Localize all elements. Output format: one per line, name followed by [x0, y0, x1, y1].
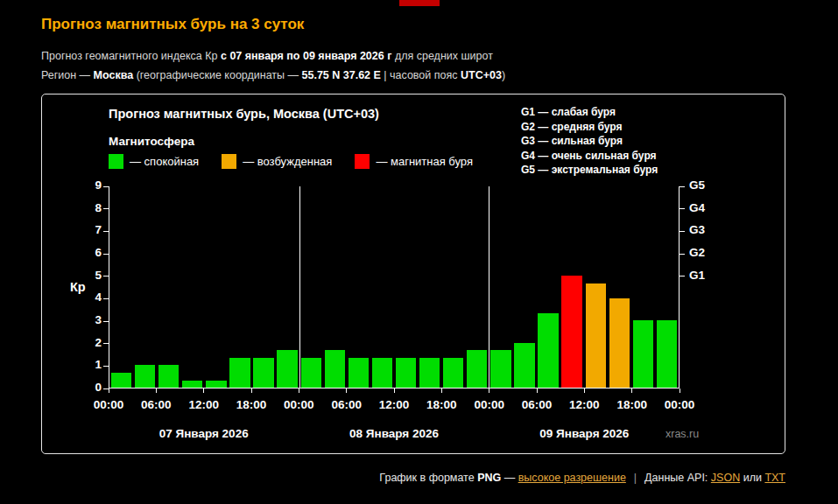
quiet-swatch	[109, 154, 123, 169]
y-tick-label: 0	[42, 381, 102, 394]
cropped-banner	[399, 0, 440, 6]
g-tick-mark	[680, 231, 685, 232]
x-tick-label: 12:00	[560, 398, 608, 411]
kp-bar	[490, 350, 511, 388]
kp-bar	[609, 298, 630, 388]
timezone-value: UTC+03	[461, 69, 502, 81]
high-res-link[interactable]: высокое разрешение	[518, 472, 626, 484]
y-tick-label: 6	[42, 246, 102, 259]
day-separator	[489, 186, 489, 388]
forecast-period-dates: с 07 января по 09 января 2026 г	[221, 50, 391, 62]
kp-bar	[206, 381, 226, 388]
y-tick-label: 2	[42, 336, 102, 349]
coords-value: 55.75 N 37.62 E	[302, 69, 381, 81]
x-tick-label: 12:00	[180, 398, 228, 411]
x-tick-label: 18:00	[609, 398, 656, 411]
x-tick-mark	[631, 388, 632, 393]
chart-legend: — спокойная— возбужденная— магнитная бур…	[109, 154, 473, 169]
forecast-latitude-text: для средних широт	[391, 50, 492, 62]
g-tick-mark	[680, 276, 685, 276]
region-label: Регион —	[41, 69, 94, 81]
y-tick-label: 1	[42, 358, 102, 371]
txt-link[interactable]: TXT	[764, 472, 785, 484]
chart-title: Прогноз магнитных бурь, Москва (UTC+03)	[109, 107, 379, 121]
footer-or-text: или	[740, 472, 764, 484]
storm-scale-line: G3 — сильная буря	[521, 134, 658, 149]
kp-bar	[277, 350, 297, 388]
kp-bar	[538, 313, 558, 388]
kp-bar	[158, 365, 179, 388]
y-tick-label: 9	[42, 178, 102, 192]
forecast-period-line: Прогноз геомагнитного индекса Кр с 07 ян…	[41, 50, 493, 62]
date-label: 07 Января 2026	[159, 427, 249, 440]
plot-area	[109, 186, 680, 388]
y-tick-label: 3	[42, 313, 102, 326]
x-tick-label: 06:00	[513, 398, 560, 411]
region-line-close: )	[502, 69, 505, 81]
x-tick-mark	[394, 388, 395, 393]
kp-bar	[182, 381, 202, 388]
page: Прогноз магнитных бурь на 3 суток Прогно…	[0, 0, 838, 504]
footer-links: График в формате PNG — высокое разрешени…	[379, 472, 785, 484]
footer-separator: |	[634, 472, 637, 484]
kp-bar	[301, 358, 321, 388]
footer-dash: —	[501, 472, 518, 484]
y-tick-label: 7	[42, 223, 102, 236]
bars-layer	[109, 186, 679, 388]
x-tick-label: 18:00	[418, 398, 465, 411]
legend-label: — возбужденная	[243, 155, 332, 168]
magnetosphere-label: Магнитосфера	[109, 135, 194, 148]
kp-bar	[633, 320, 653, 388]
kp-bar	[419, 358, 440, 388]
legend-label: — магнитная буря	[376, 155, 473, 168]
storm-scale-legend: G1 — слабая буряG2 — средняя буряG3 — си…	[521, 105, 658, 178]
png-label: PNG	[477, 472, 501, 484]
g-tick-label: G1	[689, 269, 705, 282]
legend-label: — спокойная	[130, 155, 199, 168]
x-tick-label: 06:00	[132, 398, 180, 411]
g-tick-label: G2	[689, 246, 705, 259]
x-tick-label: 00:00	[275, 398, 322, 411]
legend-item: — магнитная буря	[355, 154, 473, 169]
x-tick-mark	[251, 388, 252, 393]
x-tick-label: 06:00	[323, 398, 370, 411]
kp-bar	[514, 343, 534, 388]
region-line: Регион — Москва (географические координа…	[41, 69, 505, 81]
x-tick-label: 00:00	[466, 398, 513, 411]
kp-bar	[349, 358, 369, 388]
kp-bar	[586, 284, 606, 388]
kp-bar	[561, 276, 581, 388]
footer-format-text: График в формате	[379, 472, 477, 484]
kp-bar	[657, 320, 677, 388]
x-tick-mark	[299, 388, 299, 393]
api-label: Данные API:	[644, 472, 711, 484]
kp-bar	[229, 358, 250, 388]
g-tick-mark	[680, 186, 685, 187]
x-tick-mark	[156, 388, 157, 393]
region-name: Москва	[94, 69, 134, 81]
x-tick-label: 00:00	[656, 398, 703, 411]
date-label: 09 Января 2026	[539, 427, 629, 440]
timezone-label: | часовой пояс	[381, 69, 461, 81]
x-tick-mark	[680, 388, 680, 393]
x-tick-label: 18:00	[228, 398, 275, 411]
kp-bar	[467, 350, 487, 388]
x-tick-mark	[489, 388, 489, 393]
g-tick-mark	[680, 208, 685, 209]
x-tick-mark	[584, 388, 585, 393]
kp-bar	[443, 358, 463, 388]
x-tick-label: 12:00	[370, 398, 418, 411]
coords-label: (географические координаты —	[133, 69, 301, 81]
page-title: Прогноз магнитных бурь на 3 суток	[41, 16, 304, 33]
kp-bar	[372, 358, 392, 388]
y-axis-title: Кр	[70, 280, 86, 294]
x-tick-mark	[203, 388, 204, 393]
g-tick-label: G5	[689, 178, 705, 192]
legend-item: — возбужденная	[222, 154, 332, 169]
chart-panel: Прогноз магнитных бурь, Москва (UTC+03) …	[41, 94, 785, 454]
storm-scale-line: G1 — слабая буря	[521, 105, 658, 120]
storm-swatch	[355, 154, 370, 169]
watermark: xras.ru	[665, 428, 699, 440]
json-link[interactable]: JSON	[711, 472, 740, 484]
kp-bar	[111, 373, 131, 388]
